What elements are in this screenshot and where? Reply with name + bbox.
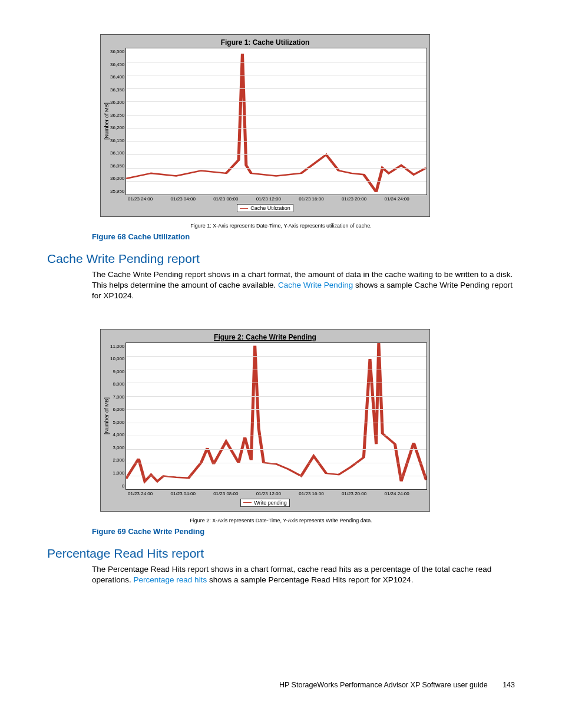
chart1-ylabel: [Number of MB] [103, 103, 110, 140]
chart2-yticks: 11,00010,0009,0008,0007,0006,0005,0004,0… [110, 342, 125, 490]
figure-69-label: Figure 69 Cache Write Pending [92, 527, 515, 536]
chart1-legend: Cache Utilization [237, 204, 293, 212]
page-number: 143 [503, 681, 515, 689]
chart2-legend: Write pending [240, 499, 289, 507]
chart1-yticks: 36,50036,45036,40036,35036,30036,25036,2… [110, 48, 125, 195]
chart1-plot-area [125, 48, 427, 195]
chart1-caption: Figure 1: X-Axis represents Date-Time, Y… [47, 223, 515, 229]
section-percentage-read-hits-body: The Percentage Read Hits report shows in… [92, 564, 515, 585]
chart2-xticks: 01/23 24:0001/23 04:0001/23 08:0001/23 1… [128, 491, 427, 496]
page-footer: HP StorageWorks Performance Advisor XP S… [279, 681, 515, 689]
chart1-xticks: 01/23 24:0001/23 04:0001/23 08:0001/23 1… [128, 196, 427, 202]
figure-68-label: Figure 68 Cache Utilization [92, 232, 515, 241]
link-percentage-read-hits[interactable]: Percentage read hits [134, 575, 207, 584]
section-cache-write-pending-body: The Cache Write Pending report shows in … [92, 269, 515, 302]
chart2-title: Figure 2: Cache Write Pending [103, 333, 427, 341]
chart2-ylabel: [Number of MB] [103, 397, 110, 434]
chart1-title: Figure 1: Cache Utilization [103, 38, 427, 47]
section-percentage-read-hits-title: Percentage Read Hits report [47, 546, 515, 561]
chart-cache-write-pending: Figure 2: Cache Write Pending [Number of… [100, 329, 430, 512]
link-cache-write-pending[interactable]: Cache Write Pending [278, 281, 353, 289]
chart-cache-utilization: Figure 1: Cache Utilization [Number of M… [100, 34, 430, 217]
chart2-plot-area [125, 342, 427, 490]
chart2-caption: Figure 2: X-Axis represents Date-Time, Y… [47, 518, 515, 523]
section-cache-write-pending-title: Cache Write Pending report [47, 252, 515, 266]
